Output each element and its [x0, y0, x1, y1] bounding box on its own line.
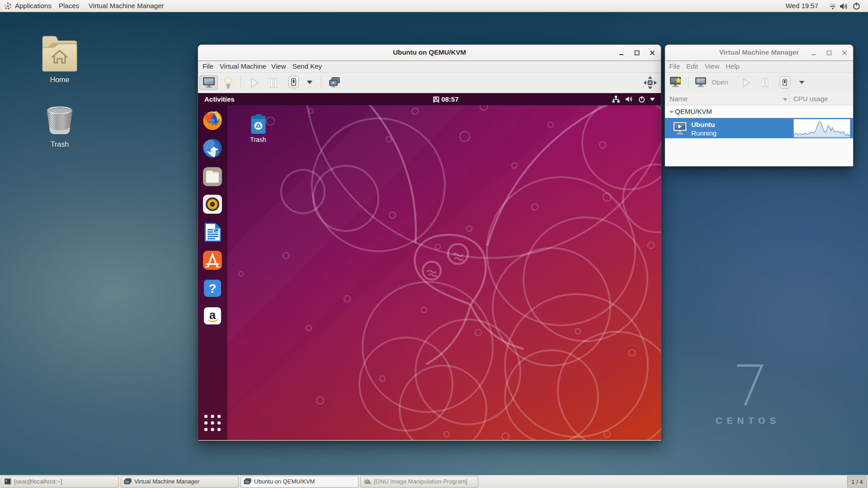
svg-text:CENTOS: CENTOS [716, 416, 780, 426]
svg-text:?: ? [209, 282, 217, 296]
svg-text:a: a [209, 308, 216, 322]
